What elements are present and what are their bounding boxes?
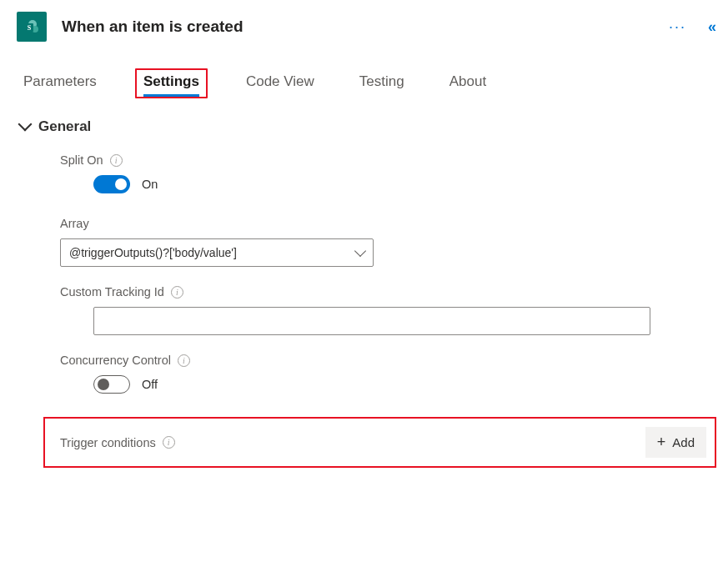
info-icon[interactable]: i: [110, 154, 123, 167]
chevron-down-icon: [18, 118, 33, 132]
trigger-conditions-label: Trigger conditions: [60, 436, 156, 449]
split-on-label-row: Split On i: [60, 153, 708, 167]
tab-bar: Parameters Settings Code View Testing Ab…: [0, 53, 728, 98]
concurrency-toggle-row: Off: [60, 375, 708, 394]
chevron-down-icon: [354, 245, 366, 257]
concurrency-label: Concurrency Control: [60, 354, 171, 367]
section-general-header[interactable]: General: [20, 118, 708, 135]
tab-parameters[interactable]: Parameters: [17, 68, 103, 98]
trigger-conditions-highlight: Trigger conditions i + Add: [43, 417, 716, 468]
trigger-conditions-label-row: Trigger conditions i: [60, 436, 175, 449]
tab-code-view[interactable]: Code View: [239, 68, 321, 98]
more-icon[interactable]: ···: [669, 19, 686, 34]
array-label-row: Array: [60, 217, 708, 230]
concurrency-toggle[interactable]: [93, 375, 130, 394]
card-title: When an item is created: [62, 18, 669, 36]
section-title: General: [38, 118, 91, 135]
array-value: @triggerOutputs()?['body/value']: [69, 246, 237, 259]
concurrency-label-row: Concurrency Control i: [60, 354, 708, 367]
split-on-label: Split On: [60, 153, 103, 167]
custom-tracking-label: Custom Tracking Id: [60, 285, 164, 299]
trigger-conditions-row: Trigger conditions i + Add: [60, 427, 706, 458]
sharepoint-glyph: S: [23, 18, 40, 35]
card-header: S When an item is created ··· «: [0, 0, 728, 53]
plus-icon: +: [657, 434, 666, 451]
add-trigger-condition-button[interactable]: + Add: [645, 427, 706, 458]
add-button-label: Add: [672, 435, 695, 449]
header-actions: ··· «: [669, 18, 711, 36]
toggle-knob: [115, 178, 127, 190]
split-on-toggle-row: On: [60, 175, 708, 193]
array-label: Array: [60, 217, 89, 230]
tab-settings[interactable]: Settings: [135, 68, 208, 98]
concurrency-state: Off: [142, 378, 158, 391]
sharepoint-icon: S: [17, 12, 47, 42]
split-on-state: On: [142, 178, 158, 191]
info-icon[interactable]: i: [163, 436, 175, 449]
custom-tracking-input[interactable]: [93, 307, 650, 335]
collapse-icon[interactable]: «: [708, 18, 711, 36]
split-on-toggle[interactable]: [93, 175, 130, 193]
toggle-knob: [98, 379, 109, 390]
tab-testing[interactable]: Testing: [353, 68, 411, 98]
info-icon[interactable]: i: [171, 286, 183, 299]
settings-content: General Split On i On Array @triggerOutp…: [0, 98, 728, 468]
tab-about[interactable]: About: [443, 68, 493, 98]
section-general-body: Split On i On Array @triggerOutputs()?['…: [20, 153, 708, 468]
svg-text:S: S: [28, 24, 32, 32]
custom-tracking-label-row: Custom Tracking Id i: [60, 285, 708, 299]
array-select[interactable]: @triggerOutputs()?['body/value']: [60, 238, 374, 267]
info-icon[interactable]: i: [178, 354, 190, 367]
